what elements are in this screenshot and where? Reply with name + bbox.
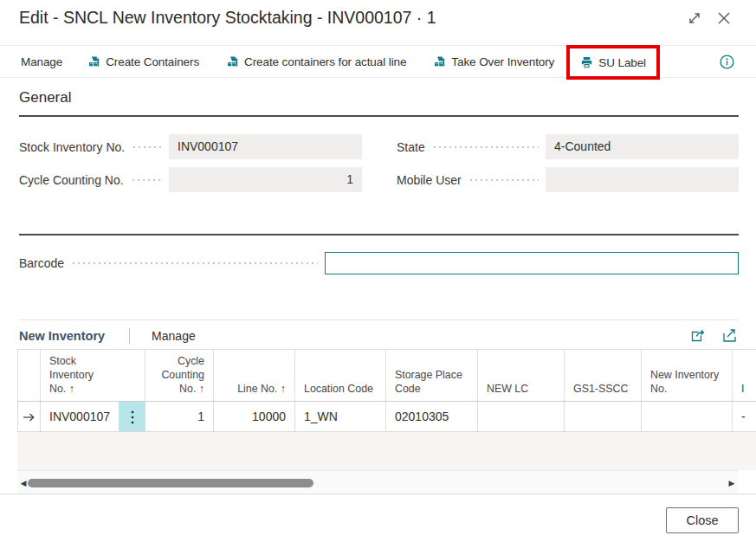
col-header-new-lc[interactable]: NEW LC [478, 350, 565, 401]
cell-line-no[interactable]: 10000 [214, 401, 295, 431]
part-top-rule [19, 319, 739, 320]
footer-rule [0, 494, 756, 494]
toolbar-action-label: Take Over Inventory [451, 55, 554, 68]
field-barcode: Barcode [19, 252, 739, 274]
col-header-storage-place-code[interactable]: Storage Place Code [386, 350, 478, 401]
part-manage-button[interactable]: Manage [152, 329, 196, 343]
dotted-leader [132, 146, 162, 148]
field-stock-inventory-no: Stock Inventory No. INV000107 [19, 134, 362, 159]
close-window-icon[interactable] [715, 10, 733, 27]
containers-icon [88, 55, 100, 68]
toolbar-action-label: Create containers for actual line [244, 55, 406, 68]
cell-clipped[interactable]: - [733, 401, 756, 431]
vertical-ellipsis-icon [131, 409, 134, 424]
part-header-separator [129, 328, 130, 344]
col-header-clipped[interactable]: I [733, 350, 756, 401]
table-row: INV000107 1 10000 1_WN 02010305 - [18, 401, 756, 431]
col-header-new-inventory-no[interactable]: New Inventory No. [642, 350, 733, 401]
dotted-leader [432, 146, 539, 148]
barcode-input[interactable] [325, 252, 739, 274]
col-header-row-indicator [18, 350, 41, 401]
field-label: State [397, 140, 425, 154]
scroll-right-icon[interactable]: ▶ [726, 471, 738, 494]
field-state: State 4-Counted [397, 134, 739, 159]
field-label: Barcode [19, 256, 64, 270]
page-title: Edit - SNCL New Inventory Stocktaking - … [19, 8, 436, 28]
table-header-row: Stock Inventory No. ↑ Cycle Counting No.… [18, 350, 756, 401]
col-header-line-no[interactable]: Line No. ↑ [214, 350, 295, 401]
field-label: Mobile User [397, 173, 462, 187]
active-row-arrow-icon [18, 401, 41, 431]
dotted-leader [71, 262, 318, 264]
cell-location-code[interactable]: 1_WN [295, 401, 386, 431]
row-options-button[interactable] [120, 401, 145, 431]
printer-icon [580, 56, 593, 69]
general-section-rule [19, 115, 739, 117]
dotted-leader [131, 179, 162, 181]
cell-new-lc[interactable] [478, 401, 565, 431]
table-empty-area [17, 432, 756, 470]
part-header: New Inventory Manage [0, 322, 756, 349]
dotted-leader [468, 179, 539, 181]
focus-mode-icon[interactable] [722, 328, 737, 343]
toolbar-create-containers-actual-line-button[interactable]: Create containers for actual line [227, 55, 406, 68]
new-inventory-table: Stock Inventory No. ↑ Cycle Counting No.… [17, 350, 756, 432]
containers-icon [434, 55, 446, 68]
field-label: Cycle Counting No. [19, 173, 124, 187]
su-label-highlight-annotation: SU Label [566, 45, 660, 80]
cell-stock-inventory-no[interactable]: INV000107 [41, 401, 120, 431]
action-toolbar: Manage C [0, 45, 756, 78]
horizontal-scrollbar[interactable]: ◀ ▶ [17, 470, 738, 494]
field-label: Stock Inventory No. [19, 140, 125, 154]
toolbar-create-containers-button[interactable]: Create Containers [88, 55, 199, 68]
barcode-section-rule [19, 234, 739, 236]
share-icon[interactable] [689, 328, 705, 343]
dialog-edit-stocktaking: Edit - SNCL New Inventory Stocktaking - … [0, 0, 756, 542]
containers-icon [227, 55, 239, 68]
scrollbar-thumb[interactable] [28, 479, 313, 487]
close-button[interactable]: Close [666, 507, 739, 533]
field-value: 1 [169, 167, 362, 192]
field-cycle-counting-no: Cycle Counting No. 1 [19, 167, 362, 192]
field-value [546, 167, 739, 192]
cell-gs1-sscc[interactable] [565, 401, 642, 431]
toolbar-manage-button[interactable]: Manage [21, 55, 62, 68]
toolbar-action-label: SU Label [598, 56, 646, 69]
toolbar-take-over-inventory-button[interactable]: Take Over Inventory [434, 55, 554, 68]
cell-storage-place-code[interactable]: 02010305 [386, 401, 478, 431]
field-value: INV000107 [169, 134, 362, 159]
col-header-gs1-sscc[interactable]: GS1-SSCC [565, 350, 642, 401]
field-value: 4-Counted [546, 134, 739, 159]
info-icon[interactable] [720, 55, 734, 69]
toolbar-su-label-button[interactable]: SU Label [580, 56, 646, 69]
expand-window-icon[interactable] [686, 10, 703, 27]
col-header-cycle-counting-no[interactable]: Cycle Counting No. ↑ [145, 350, 214, 401]
cell-new-inventory-no[interactable] [642, 401, 733, 431]
general-section-heading: General [19, 89, 71, 106]
toolbar-action-label: Create Containers [106, 55, 199, 68]
part-caption: New Inventory [19, 329, 105, 343]
col-header-location-code[interactable]: Location Code [295, 350, 386, 401]
title-bar: Edit - SNCL New Inventory Stocktaking - … [0, 0, 756, 45]
field-mobile-user: Mobile User [397, 167, 739, 192]
cell-cycle-counting-no[interactable]: 1 [145, 401, 214, 431]
col-header-stock-inventory-no[interactable]: Stock Inventory No. ↑ [41, 350, 145, 401]
